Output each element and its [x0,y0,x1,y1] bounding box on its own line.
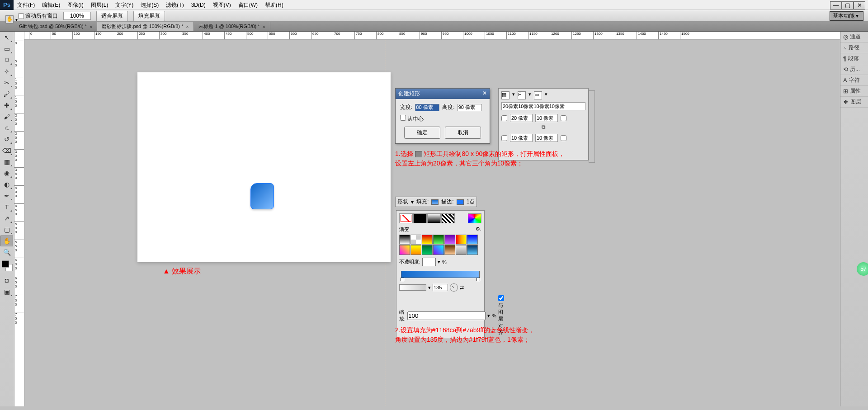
grad-preset[interactable] [399,235,410,245]
fg-color[interactable] [2,260,9,268]
heal-tool[interactable]: ✚ [0,100,13,111]
doc-tab-1[interactable]: Gift 钱包.psd @ 50%(RGB/8) *× [14,22,97,31]
corners-summary[interactable] [501,102,585,110]
pen-tool[interactable]: ✒ [0,190,13,201]
menu-3d[interactable]: 3D(D) [188,0,209,9]
gear-icon[interactable]: ⚙. [476,226,481,233]
menu-edit[interactable]: 编辑(E) [38,0,64,9]
wand-tool[interactable]: ✧ [0,66,13,77]
bl-value[interactable] [510,134,533,142]
grad-preset[interactable] [422,235,433,245]
grad-preset[interactable] [467,235,478,245]
grad-preset[interactable] [456,245,467,255]
tr-value[interactable] [535,114,558,122]
width-input[interactable] [415,104,439,111]
reverse-icon[interactable]: ⇄ [460,285,464,291]
grad-preset[interactable] [444,245,455,255]
history-brush-tool[interactable]: ↺ [0,134,13,145]
menu-file[interactable]: 文件(F) [14,0,38,9]
ok-button[interactable]: 确定 [404,127,440,139]
height-input[interactable] [458,104,482,111]
marquee-tool[interactable]: ▭ [0,43,13,54]
scroll-all-check[interactable]: 滚动所有窗口 [18,12,58,20]
grad-preset[interactable] [444,235,455,245]
grad-preset[interactable] [456,235,467,245]
scale-input[interactable] [407,311,486,320]
doc-tab-3[interactable]: 未标题-1 @ 100%(RGB/8) *× [194,22,270,31]
fit-screen-button[interactable]: 适合屏幕 [96,11,128,21]
grad-preset[interactable] [410,245,421,255]
grad-preset[interactable] [399,245,410,255]
grad-preset[interactable] [433,235,444,245]
screenmode-tool[interactable]: ▣ [0,286,13,297]
align-icon[interactable]: ▦ [501,91,509,99]
br-check[interactable] [561,135,566,141]
tl-value[interactable] [510,114,533,122]
br-value[interactable] [535,134,558,142]
cancel-button[interactable]: 取消 [445,127,481,139]
opacity-input[interactable] [422,258,436,266]
zoom-value[interactable]: 100% [63,12,91,20]
shape-tool[interactable]: ▢ [0,224,13,235]
grad-preset[interactable] [422,245,433,255]
fill-swatch[interactable] [431,199,439,205]
gradient-tool[interactable]: ▦ [0,156,13,167]
from-center-check[interactable]: 从中心 [400,115,424,123]
grad-type[interactable] [399,284,426,291]
align-icon[interactable]: ▭ [534,91,542,99]
link-icon[interactable]: ⧉ [501,124,585,130]
notification-bubble[interactable]: 57 [857,262,868,276]
quickmask-tool[interactable]: ◘ [0,275,13,286]
pattern-fill[interactable] [441,213,455,223]
menu-view[interactable]: 视图(V) [209,0,235,9]
fill-screen-button[interactable]: 填充屏幕 [133,11,165,21]
panel-paths[interactable]: ⍀路径 [840,42,868,53]
menu-layer[interactable]: 图层(L) [87,0,112,9]
menu-help[interactable]: 帮助(H) [261,0,287,9]
move-tool[interactable]: ↖ [0,32,13,43]
gradient-fill[interactable] [427,213,441,223]
panel-character[interactable]: A字符 [840,75,868,86]
grad-preset[interactable] [467,245,478,255]
close-tab-icon[interactable]: × [263,24,265,29]
close-tab-icon[interactable]: × [186,24,189,29]
gradient-stop[interactable] [476,278,480,281]
menu-select[interactable]: 选择(S) [137,0,162,9]
canvas[interactable]: /* ticks generated */ 050100150200250300… [24,32,840,406]
stamp-tool[interactable]: ⎌ [0,123,13,133]
tl-check[interactable] [501,115,507,121]
gradient-stop[interactable] [401,278,404,281]
angle-dial[interactable] [450,283,458,292]
eyedropper-tool[interactable]: 🖋 [0,89,13,99]
doc-tab-2[interactable]: 磨砂图标步骤.psd @ 100%(RGB/8) *× [97,22,193,31]
eraser-tool[interactable]: ⌫ [0,145,13,156]
maximize-button[interactable]: ▢ [842,1,854,9]
minimize-button[interactable]: — [830,1,842,9]
path-select-tool[interactable]: ↗ [0,213,13,224]
brush-tool[interactable]: 🖌 [0,111,13,122]
blue-rounded-rect[interactable] [250,183,274,209]
type-tool[interactable]: T [0,202,13,212]
blur-tool[interactable]: ◉ [0,168,13,179]
close-tab-icon[interactable]: × [90,24,92,29]
dodge-tool[interactable]: ◐ [0,179,13,190]
menu-window[interactable]: 窗口(W) [235,0,261,9]
dialog-title-bar[interactable]: 创建矩形 ✕ [396,89,490,99]
menu-image[interactable]: 图像(I) [64,0,87,9]
stroke-swatch[interactable] [457,199,464,205]
none-fill[interactable] [399,213,413,223]
crop-tool[interactable]: ✂ [0,77,13,88]
menu-filter[interactable]: 滤镜(T) [162,0,187,9]
close-button[interactable]: ✕ [854,1,865,9]
panel-channels[interactable]: ◎通道 [840,32,868,42]
color-picker[interactable] [468,213,481,223]
zoom-tool[interactable]: 🔍 [0,247,13,258]
panel-layers[interactable]: ❖图层 [840,97,868,108]
align-icon[interactable]: E [518,91,526,99]
panel-paragraph[interactable]: ¶段落 [840,53,868,64]
color-swatches[interactable] [2,260,12,272]
panel-history[interactable]: ⟲历... [840,64,868,75]
grad-preset[interactable] [410,235,421,245]
lasso-tool[interactable]: ⌑ [0,55,13,66]
solid-fill[interactable] [413,213,427,223]
